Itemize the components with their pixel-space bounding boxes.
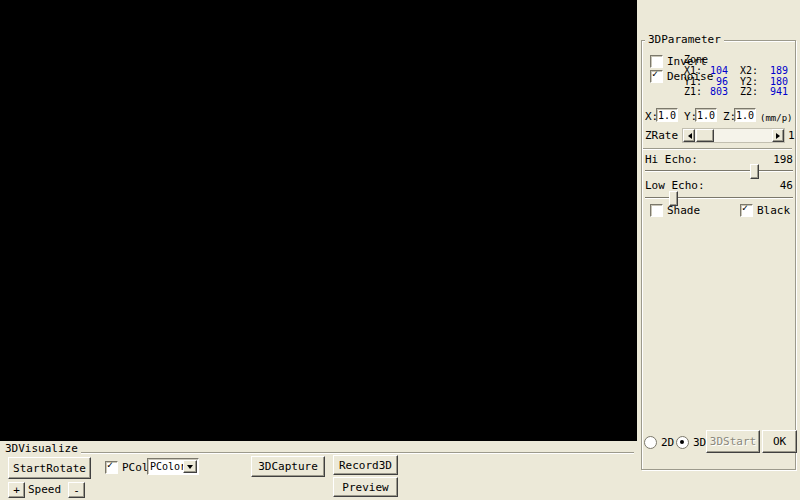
- invert-checkbox-box[interactable]: [650, 55, 663, 68]
- shade-checkbox[interactable]: Shade: [650, 204, 700, 217]
- parameter-panel: 3DParameter Invert Denoise Zone X1: 104 …: [637, 0, 800, 500]
- zone-x2-value: 189: [760, 66, 788, 77]
- parameter-groupbox: [641, 40, 796, 470]
- chevron-down-icon[interactable]: [183, 460, 197, 473]
- render-viewport[interactable]: [0, 0, 637, 441]
- ok-button[interactable]: OK: [762, 430, 797, 453]
- black-checkbox[interactable]: Black: [740, 204, 790, 217]
- denoise-checkbox-box[interactable]: [650, 70, 663, 83]
- zone-row-x: X1: 104 X2: 189: [684, 66, 794, 77]
- start3d-button[interactable]: 3DStart: [706, 430, 760, 453]
- speed-label: Speed: [28, 484, 61, 496]
- mode-2d-radio-circle[interactable]: [644, 436, 657, 449]
- hi-echo-slider-thumb[interactable]: [750, 164, 759, 179]
- y-scale-input[interactable]: [695, 108, 717, 122]
- black-checkbox-label: Black: [757, 205, 790, 217]
- hi-echo-slider-track: [645, 170, 793, 172]
- start-rotate-button[interactable]: StartRotate: [8, 457, 91, 479]
- zrate-label: ZRate: [645, 130, 678, 142]
- zrate-scrollbar-track[interactable]: [695, 129, 772, 142]
- mode-3d-radio-circle[interactable]: [676, 436, 689, 449]
- mode-3d-radio-label: 3D: [693, 437, 706, 449]
- zrate-value: 1: [788, 130, 795, 142]
- zone-row-z: Z1: 803 Z2: 941: [684, 87, 794, 98]
- speed-minus-button[interactable]: -: [68, 482, 85, 498]
- zone-z2-value: 941: [760, 87, 788, 98]
- zrate-scroll-right-arrow-icon[interactable]: [772, 129, 784, 142]
- black-checkbox-box[interactable]: [740, 204, 753, 217]
- zone-x1-label: X1:: [684, 66, 704, 77]
- shade-checkbox-label: Shade: [667, 205, 700, 217]
- ultrasound-volume-render[interactable]: [168, 111, 444, 342]
- zone-x1-value: 104: [704, 66, 728, 77]
- hi-echo-slider[interactable]: [645, 164, 793, 177]
- capture-3d-button[interactable]: 3DCapture: [251, 456, 325, 477]
- pcolor-dropdown-value: PColor: [148, 461, 183, 472]
- zrate-scroll-left-arrow-icon[interactable]: [683, 129, 695, 142]
- parameter-groupbox-title: 3DParameter: [645, 34, 724, 46]
- shade-checkbox-box[interactable]: [650, 204, 663, 217]
- mode-2d-radio-label: 2D: [661, 437, 674, 449]
- zrate-scrollbar[interactable]: [682, 128, 785, 143]
- low-echo-slider-track: [645, 197, 793, 199]
- application-window: 3DParameter Invert Denoise Zone X1: 104 …: [0, 0, 800, 500]
- z-scale-input[interactable]: [734, 108, 756, 122]
- speed-plus-button[interactable]: +: [8, 482, 25, 498]
- preview-button[interactable]: Preview: [333, 477, 398, 497]
- pcolor-dropdown[interactable]: PColor: [147, 458, 199, 475]
- zone-x2-label: X2:: [740, 66, 760, 77]
- pcolor-checkbox-box[interactable]: [105, 461, 118, 474]
- visualize-panel-title: 3DVisualize: [2, 443, 81, 455]
- zone-z1-label: Z1:: [684, 87, 704, 98]
- mode-3d-radio[interactable]: 3D: [676, 436, 706, 449]
- x-scale-input[interactable]: [656, 108, 678, 122]
- separator-line: [643, 148, 792, 150]
- low-echo-slider[interactable]: [645, 191, 793, 204]
- zrate-scrollbar-thumb[interactable]: [696, 129, 714, 142]
- scale-unit-label: (mm/p): [760, 112, 793, 124]
- visualize-groupbox-line: [2, 452, 634, 454]
- record-3d-button[interactable]: Record3D: [333, 455, 398, 475]
- mode-2d-radio[interactable]: 2D: [644, 436, 674, 449]
- visualize-panel: 3DVisualize StartRotate + Speed - PColor…: [0, 441, 637, 500]
- zone-z2-label: Z2:: [740, 87, 760, 98]
- zone-values: X1: 104 X2: 189 Y1: 96 Y2: 180 Z1: 803 Z…: [684, 66, 794, 98]
- zone-z1-value: 803: [704, 87, 728, 98]
